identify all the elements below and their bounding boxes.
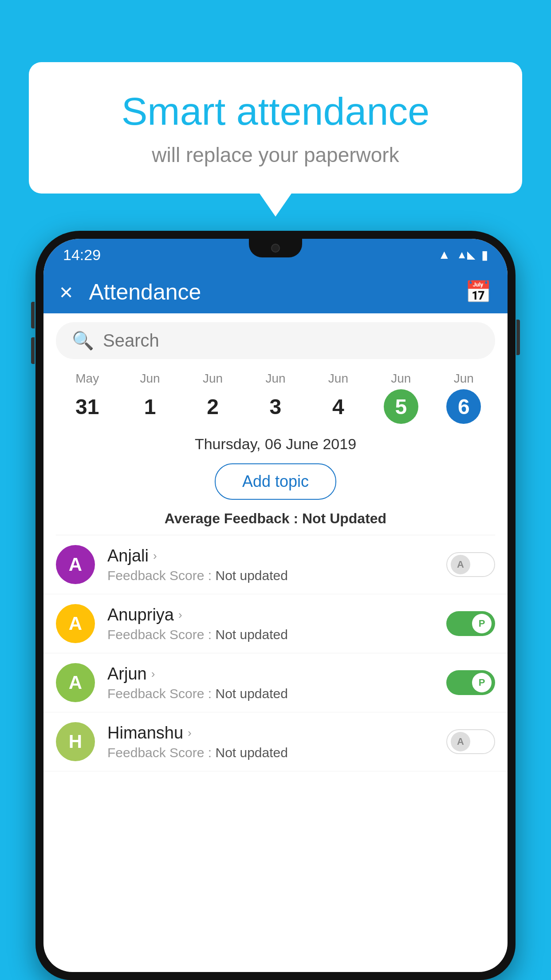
signal-icon: ▲◣ (457, 249, 475, 261)
search-input[interactable] (103, 331, 479, 351)
search-bar[interactable]: 🔍 (56, 322, 495, 359)
student-item-arjun[interactable]: A Arjun › Feedback Score : Not updated P (43, 653, 508, 712)
student-item-himanshu[interactable]: H Himanshu › Feedback Score : Not update… (43, 712, 508, 771)
status-icons: ▲ ▲◣ ▮ (438, 248, 488, 262)
phone-screen: 14:29 ▲ ▲◣ ▮ × Attendance 📅 🔍 May (43, 239, 508, 972)
close-button[interactable]: × (59, 279, 73, 305)
toggle-knob-anjali: A (451, 555, 470, 574)
avatar-anupriya: A (56, 604, 95, 643)
date-strip: May 31 Jun 1 Jun 2 Jun 3 Jun 4 Jun 5 (43, 364, 508, 427)
toggle-anupriya[interactable]: P (446, 611, 495, 636)
toggle-knob-anupriya: P (472, 614, 492, 633)
toggle-arjun[interactable]: P (446, 670, 495, 695)
date-item-may31[interactable]: May 31 (56, 371, 118, 424)
battery-icon: ▮ (481, 248, 488, 262)
bubble-subtitle: will replace your paperwork (64, 143, 487, 167)
front-camera (271, 244, 280, 253)
chevron-icon: › (153, 549, 157, 563)
toggle-knob-arjun: P (472, 673, 492, 692)
date-item-jun4[interactable]: Jun 4 (307, 371, 370, 424)
student-item-anjali[interactable]: A Anjali › Feedback Score : Not updated … (43, 535, 508, 594)
toggle-knob-himanshu: A (451, 732, 470, 751)
wifi-icon: ▲ (438, 248, 451, 262)
speech-bubble: Smart attendance will replace your paper… (29, 62, 522, 194)
date-item-jun3[interactable]: Jun 3 (244, 371, 307, 424)
avatar-himanshu: H (56, 722, 95, 761)
student-info-anjali: Anjali › Feedback Score : Not updated (107, 546, 446, 583)
app-title: Attendance (89, 279, 465, 305)
vol-down-button (31, 337, 35, 364)
student-name-anjali: Anjali › (107, 546, 446, 565)
bubble-title: Smart attendance (64, 89, 487, 134)
calendar-icon[interactable]: 📅 (465, 280, 492, 304)
student-info-anupriya: Anupriya › Feedback Score : Not updated (107, 605, 446, 642)
avg-feedback-value: Not Updated (302, 510, 386, 526)
chevron-icon: › (188, 726, 192, 740)
avatar-anjali: A (56, 545, 95, 584)
selected-date-label: Thursday, 06 June 2019 (43, 427, 508, 459)
student-item-anupriya[interactable]: A Anupriya › Feedback Score : Not update… (43, 594, 508, 653)
add-topic-button[interactable]: Add topic (215, 463, 336, 500)
status-bar: 14:29 ▲ ▲◣ ▮ (43, 239, 508, 271)
app-bar: × Attendance 📅 (43, 271, 508, 313)
status-time: 14:29 (63, 246, 101, 264)
student-name-arjun: Arjun › (107, 664, 446, 684)
student-info-arjun: Arjun › Feedback Score : Not updated (107, 664, 446, 701)
avg-feedback-label: Average Feedback : (165, 510, 302, 526)
feedback-score-himanshu: Feedback Score : Not updated (107, 745, 446, 760)
student-info-himanshu: Himanshu › Feedback Score : Not updated (107, 723, 446, 760)
date-item-jun6[interactable]: Jun 6 (433, 371, 495, 424)
chevron-icon: › (178, 608, 182, 622)
notch (249, 239, 302, 257)
speech-bubble-container: Smart attendance will replace your paper… (29, 62, 522, 194)
chevron-icon: › (151, 667, 155, 681)
feedback-score-arjun: Feedback Score : Not updated (107, 686, 446, 701)
toggle-anjali[interactable]: A (446, 552, 495, 577)
feedback-score-anupriya: Feedback Score : Not updated (107, 627, 446, 642)
date-item-jun5[interactable]: Jun 5 (370, 371, 432, 424)
student-name-anupriya: Anupriya › (107, 605, 446, 624)
avatar-arjun: A (56, 663, 95, 702)
search-icon: 🔍 (72, 330, 94, 351)
date-item-jun1[interactable]: Jun 1 (118, 371, 181, 424)
toggle-himanshu[interactable]: A (446, 729, 495, 754)
phone-frame: 14:29 ▲ ▲◣ ▮ × Attendance 📅 🔍 May (35, 231, 516, 980)
date-item-jun2[interactable]: Jun 2 (181, 371, 244, 424)
vol-up-button (31, 302, 35, 328)
power-button (516, 320, 520, 355)
student-name-himanshu: Himanshu › (107, 723, 446, 743)
average-feedback: Average Feedback : Not Updated (43, 504, 508, 535)
feedback-score-anjali: Feedback Score : Not updated (107, 568, 446, 583)
